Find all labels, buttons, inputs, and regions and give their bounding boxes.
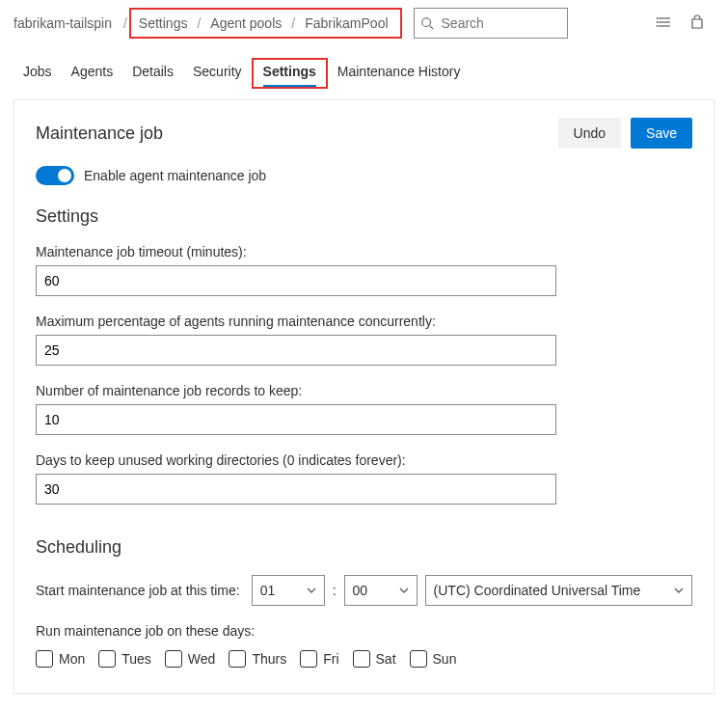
day-thurs[interactable]: Thurs	[229, 650, 286, 668]
search-icon	[420, 16, 434, 30]
scheduling-time-row: Start maintenance job at this time: 01 :…	[36, 575, 692, 606]
label-maxpct: Maximum percentage of agents running mai…	[36, 314, 692, 329]
day-sat[interactable]: Sat	[353, 650, 396, 668]
tab-bar: Jobs Agents Details Security Settings Ma…	[0, 42, 728, 90]
input-maxpct[interactable]	[36, 335, 556, 366]
svg-point-5	[657, 17, 658, 18]
day-sun[interactable]: Sun	[410, 650, 457, 668]
undo-button[interactable]: Undo	[558, 118, 621, 149]
enable-maintenance-toggle[interactable]	[36, 166, 74, 185]
breadcrumb: fabrikam-tailspin / Settings / Agent poo…	[13, 8, 402, 39]
checkbox-icon	[98, 650, 116, 668]
checkbox-icon	[229, 650, 246, 668]
minute-value: 00	[353, 583, 368, 598]
tab-settings[interactable]: Settings	[252, 58, 328, 89]
day-tues[interactable]: Tues	[98, 650, 151, 668]
tab-security[interactable]: Security	[183, 58, 252, 89]
field-records: Number of maintenance job records to kee…	[36, 383, 692, 435]
breadcrumb-separator: /	[289, 15, 297, 31]
label-records: Number of maintenance job records to kee…	[36, 383, 692, 398]
day-label: Sun	[433, 651, 457, 667]
save-button[interactable]: Save	[631, 118, 692, 149]
day-label: Wed	[188, 651, 216, 667]
breadcrumb-settings[interactable]: Settings	[131, 12, 196, 35]
tab-agents[interactable]: Agents	[62, 58, 123, 89]
svg-line-1	[429, 26, 433, 30]
day-label: Thurs	[252, 651, 286, 667]
list-view-icon[interactable]	[657, 14, 672, 33]
checkbox-icon	[36, 650, 53, 668]
field-days: Days to keep unused working directories …	[36, 452, 692, 505]
top-actions	[657, 14, 715, 33]
scheduling-heading: Scheduling	[36, 537, 692, 558]
card-header: Maintenance job Undo Save	[36, 118, 692, 149]
hour-value: 01	[260, 583, 276, 598]
hour-select[interactable]: 01	[252, 575, 325, 606]
enable-maintenance-label: Enable agent maintenance job	[84, 168, 266, 183]
days-row: Mon Tues Wed Thurs Fri Sat Sun	[36, 650, 692, 668]
settings-card: Maintenance job Undo Save Enable agent m…	[13, 99, 715, 694]
chevron-down-icon	[399, 583, 409, 598]
day-label: Sat	[376, 651, 396, 667]
day-fri[interactable]: Fri	[300, 650, 338, 668]
input-records[interactable]	[36, 404, 556, 435]
breadcrumb-highlight: Settings / Agent pools / FabrikamPool	[129, 8, 402, 39]
field-timeout: Maintenance job timeout (minutes):	[36, 244, 692, 296]
svg-point-0	[421, 18, 430, 27]
timezone-value: (UTC) Coordinated Universal Time	[434, 583, 641, 598]
settings-heading: Settings	[36, 206, 692, 227]
day-label: Tues	[121, 651, 151, 667]
label-timeout: Maintenance job timeout (minutes):	[36, 244, 692, 259]
label-days: Days to keep unused working directories …	[36, 452, 692, 468]
timezone-select[interactable]: (UTC) Coordinated Universal Time	[425, 575, 692, 606]
checkbox-icon	[353, 650, 370, 668]
chevron-down-icon	[307, 583, 316, 598]
checkbox-icon	[165, 650, 182, 668]
svg-point-6	[657, 21, 658, 22]
search-input[interactable]	[440, 14, 561, 32]
breadcrumb-agent-pools[interactable]: Agent pools	[202, 12, 289, 35]
input-days[interactable]	[36, 474, 556, 505]
page-title: Maintenance job	[36, 123, 558, 144]
day-label: Mon	[59, 651, 85, 667]
breadcrumb-separator: /	[195, 15, 202, 31]
start-time-label: Start maintenance job at this time:	[36, 583, 240, 598]
chevron-down-icon	[674, 583, 684, 598]
enable-maintenance-row: Enable agent maintenance job	[36, 166, 692, 185]
svg-point-7	[657, 25, 658, 26]
breadcrumb-separator: /	[121, 15, 129, 31]
toggle-knob	[58, 169, 71, 182]
shopping-bag-icon[interactable]	[689, 14, 705, 33]
checkbox-icon	[300, 650, 317, 668]
top-bar: fabrikam-tailspin / Settings / Agent poo…	[0, 0, 728, 42]
tab-details[interactable]: Details	[122, 58, 183, 89]
input-timeout[interactable]	[36, 265, 556, 296]
minute-select[interactable]: 00	[344, 575, 418, 606]
tab-maintenance-history[interactable]: Maintenance History	[328, 58, 471, 89]
day-mon[interactable]: Mon	[36, 650, 85, 668]
checkbox-icon	[410, 650, 427, 668]
breadcrumb-org[interactable]: fabrikam-tailspin	[13, 12, 120, 35]
time-colon: :	[333, 583, 337, 598]
run-days-label: Run maintenance job on these days:	[36, 623, 692, 639]
breadcrumb-pool-name[interactable]: FabrikamPool	[297, 12, 395, 35]
search-box[interactable]	[414, 8, 568, 39]
field-maxpct: Maximum percentage of agents running mai…	[36, 314, 692, 366]
day-label: Fri	[323, 651, 338, 667]
tab-jobs[interactable]: Jobs	[13, 58, 62, 89]
day-wed[interactable]: Wed	[165, 650, 216, 668]
